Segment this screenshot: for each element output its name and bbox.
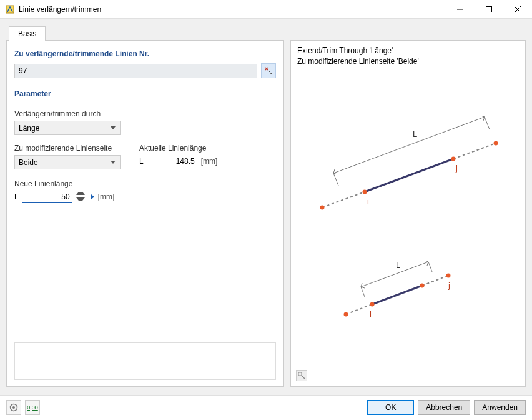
- current-length-unit: [mm]: [201, 157, 218, 166]
- current-length-value: [147, 155, 197, 168]
- label-side: Zu modifizierende Linienseite: [14, 144, 121, 152]
- app-icon: [5, 4, 15, 14]
- diagram-label-L-bottom: L: [396, 261, 400, 270]
- diagram-label-L-top: L: [413, 129, 417, 139]
- label-through: Verlängern/trimmen durch: [14, 109, 276, 118]
- section-params-title: Parameter: [14, 89, 276, 98]
- diagram-label-i-top: i: [367, 197, 369, 206]
- svg-line-5: [333, 117, 485, 173]
- diagram-label-j-top: j: [455, 163, 458, 172]
- tab-strip: Basis: [6, 25, 526, 40]
- new-length-input[interactable]: [22, 191, 72, 203]
- new-length-unit: [mm]: [98, 192, 115, 201]
- units-button[interactable]: 0,00: [25, 400, 40, 415]
- close-button[interactable]: [503, 0, 532, 19]
- svg-line-18: [346, 304, 372, 314]
- svg-line-8: [322, 192, 365, 208]
- svg-line-10: [365, 159, 453, 192]
- new-length-spinner[interactable]: [76, 191, 85, 202]
- spinner-up[interactable]: [76, 191, 85, 197]
- apply-button[interactable]: Anwenden: [474, 400, 526, 415]
- through-dropdown[interactable]: Länge: [14, 121, 121, 135]
- svg-point-23: [420, 283, 425, 288]
- titlebar: Linie verlängern/trimmen: [0, 0, 532, 19]
- enlarge-preview-button[interactable]: [296, 370, 307, 381]
- tab-basis[interactable]: Basis: [9, 26, 46, 41]
- dialog-body: Basis Zu verlängernde/trimmende Linien N…: [0, 19, 532, 395]
- svg-point-27: [12, 406, 15, 409]
- new-length-symbol: L: [14, 192, 19, 201]
- svg-point-12: [363, 189, 367, 194]
- units-icon-text: 0,00: [27, 404, 38, 411]
- side-dropdown[interactable]: Beide: [14, 155, 121, 169]
- comment-box: [14, 342, 276, 380]
- svg-point-24: [446, 273, 451, 278]
- help-button[interactable]: [6, 400, 21, 415]
- pick-in-model-button[interactable]: [261, 63, 276, 78]
- svg-line-20: [372, 286, 422, 304]
- svg-line-17: [428, 262, 432, 272]
- new-length-go-icon[interactable]: [89, 194, 94, 199]
- maximize-button[interactable]: [475, 0, 503, 19]
- ok-button[interactable]: OK: [367, 400, 414, 415]
- spinner-down[interactable]: [76, 197, 85, 202]
- label-new-length: Neue Linienlänge: [14, 179, 276, 188]
- svg-rect-25: [298, 372, 302, 376]
- section-lines-title: Zu verlängernde/trimmende Linien Nr.: [14, 49, 276, 58]
- svg-line-19: [422, 276, 448, 286]
- svg-point-21: [344, 312, 348, 316]
- cancel-button[interactable]: Abbrechen: [418, 400, 470, 415]
- svg-point-22: [370, 302, 375, 306]
- window-title: Linie verlängern/trimmen: [19, 5, 446, 14]
- diagram-label-i-bottom: i: [370, 309, 372, 319]
- svg-point-11: [320, 205, 325, 209]
- svg-rect-2: [486, 6, 492, 12]
- svg-line-6: [333, 173, 338, 186]
- preview-diagram: L i j: [297, 67, 510, 367]
- current-length-symbol: L: [139, 157, 144, 166]
- panel-preview: Extend/Trim Through 'Länge' Zu modifizie…: [290, 40, 526, 387]
- label-current-length: Aktuelle Linienlänge: [139, 144, 217, 152]
- bottom-bar: 0,00 OK Abbrechen Anwenden: [0, 395, 532, 419]
- minimize-button[interactable]: [446, 0, 475, 19]
- svg-line-16: [361, 287, 365, 297]
- svg-point-13: [451, 156, 456, 161]
- svg-line-9: [453, 143, 496, 159]
- preview-line2: Zu modifizierende Linienseite 'Beide': [297, 56, 519, 67]
- preview-line1: Extend/Trim Through 'Länge': [297, 46, 519, 56]
- svg-line-7: [485, 117, 490, 129]
- svg-line-15: [361, 262, 428, 287]
- diagram-label-j-bottom: j: [448, 281, 450, 290]
- svg-point-14: [494, 141, 498, 145]
- panel-left: Zu verlängernde/trimmende Linien Nr. Par…: [6, 40, 284, 387]
- line-number-input[interactable]: [14, 64, 257, 78]
